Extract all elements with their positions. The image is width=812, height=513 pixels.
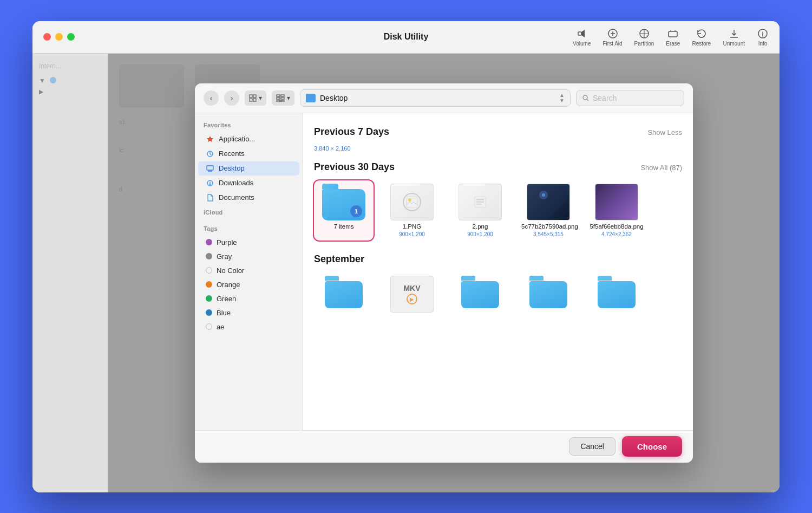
- prev7days-action[interactable]: Show Less: [647, 128, 682, 137]
- toolbar-partition[interactable]: Partition: [634, 28, 654, 47]
- svg-point-17: [583, 95, 587, 100]
- sidebar-item-blue[interactable]: Blue: [198, 306, 299, 320]
- sidebar-item-recents[interactable]: Recents: [198, 147, 299, 161]
- sidebar-item-documents[interactable]: Documents: [198, 191, 299, 205]
- svg-rect-7: [250, 95, 252, 98]
- recents-label: Recents: [219, 150, 245, 158]
- file-sidebar: Favorites Applicatio...: [195, 113, 303, 430]
- list-item[interactable]: 1 7 items: [314, 180, 374, 241]
- toolbar-icons: Volume First Aid Partition: [573, 28, 769, 47]
- nav-forward-button[interactable]: ›: [224, 90, 239, 106]
- gray-label: Gray: [217, 252, 232, 261]
- list-item[interactable]: [519, 272, 578, 316]
- location-arrows: ▲ ▼: [559, 93, 565, 103]
- sidebar-item-ae[interactable]: ae: [198, 320, 299, 334]
- svg-rect-25: [476, 202, 484, 203]
- sidebar-item-orange[interactable]: Orange: [198, 278, 299, 291]
- ae-dot: [206, 323, 212, 330]
- mac-window: Disk Utility Volume First Aid: [32, 21, 780, 492]
- file-thumbnail: [390, 184, 434, 220]
- mkv-play-icon: ▶: [407, 294, 417, 304]
- list-item[interactable]: [587, 272, 646, 316]
- toolbar-restore[interactable]: Restore: [692, 28, 711, 47]
- list-item[interactable]: [314, 272, 374, 316]
- list-item[interactable]: 5f5af66ebb8da.png 4,724×2,362: [587, 180, 646, 241]
- disk-sidebar: Intern... ▼ ▶: [32, 54, 108, 492]
- sidebar-item-downloads[interactable]: Downloads: [198, 176, 299, 190]
- toolbar-unmount[interactable]: Unmount: [723, 28, 745, 47]
- svg-rect-26: [476, 204, 482, 205]
- file-name-1png: 1.PNG: [403, 223, 422, 231]
- toolbar-first-aid[interactable]: First Aid: [603, 28, 622, 47]
- volume-label: Volume: [573, 41, 591, 47]
- list-view-button[interactable]: ▾: [272, 90, 294, 106]
- documents-icon: [206, 193, 214, 202]
- maximize-button[interactable]: [67, 33, 75, 41]
- no-color-label: No Color: [217, 267, 244, 275]
- svg-rect-13: [277, 98, 280, 99]
- documents-label: Documents: [219, 193, 254, 202]
- png-preview-icon-2: [472, 194, 488, 210]
- applications-label: Applicatio...: [219, 135, 255, 143]
- svg-rect-12: [281, 95, 284, 96]
- grid-view-chevron: ▾: [259, 94, 262, 102]
- toolbar-info[interactable]: Info: [757, 28, 769, 47]
- png-preview-icon: [404, 194, 420, 210]
- list-item[interactable]: 1.PNG 900×1,200: [382, 180, 442, 241]
- prev30days-files-grid: 1 7 items: [314, 180, 682, 241]
- app-title: Disk Utility: [384, 32, 429, 42]
- prev7days-header-row: Previous 7 Days Show Less: [314, 126, 682, 138]
- prev7days-subtitle: 3,840 × 2,160: [314, 145, 682, 157]
- sidebar-item-green[interactable]: Green: [198, 292, 299, 306]
- recents-icon: [206, 150, 214, 158]
- september-files-grid: MKV ▶: [314, 272, 682, 316]
- disk-expand-btn[interactable]: ▼: [32, 75, 108, 85]
- sidebar-item-applications[interactable]: Applicatio...: [198, 132, 299, 146]
- small-folder-body: [598, 281, 636, 308]
- modal-overlay: ‹ › ▾: [108, 54, 780, 492]
- nav-back-button[interactable]: ‹: [204, 90, 219, 106]
- svg-marker-1: [581, 30, 585, 37]
- close-button[interactable]: [43, 33, 51, 41]
- file-content: Previous 7 Days Show Less 3,840 × 2,160 …: [303, 113, 693, 430]
- grid-view-icon: [249, 94, 257, 102]
- blue-label: Blue: [217, 309, 231, 317]
- grid-view-button[interactable]: ▾: [245, 90, 266, 106]
- disk-sidebar-header: Intern...: [32, 59, 108, 73]
- disk-main: s1 ic d ‹ › ▾: [108, 54, 780, 492]
- disk-sidebar-arrow[interactable]: ▶: [32, 85, 108, 99]
- small-folder-tab: [529, 276, 543, 281]
- minimize-button[interactable]: [55, 33, 63, 41]
- svg-rect-24: [476, 199, 484, 200]
- orange-dot: [206, 281, 212, 288]
- search-bar[interactable]: Search: [576, 90, 684, 106]
- toolbar-volume[interactable]: Volume: [573, 28, 591, 47]
- location-bar[interactable]: Desktop ▲ ▼: [300, 89, 571, 107]
- sidebar-item-desktop[interactable]: Desktop: [198, 161, 299, 176]
- prev30days-action[interactable]: Show All (87): [640, 164, 682, 172]
- location-folder-icon: [306, 94, 316, 102]
- file-meta-5c77: 3,545×5,315: [533, 231, 564, 237]
- sidebar-item-no-color[interactable]: No Color: [198, 264, 299, 277]
- ae-label: ae: [217, 323, 224, 331]
- toolbar-right: Volume First Aid Partition: [573, 28, 769, 47]
- sidebar-item-gray[interactable]: Gray: [198, 250, 299, 263]
- list-item[interactable]: MKV ▶: [382, 272, 442, 316]
- list-item[interactable]: 2.png 900×1,200: [450, 180, 510, 241]
- folder-item-label: 7 items: [333, 223, 353, 231]
- svg-point-22: [408, 198, 411, 202]
- folder-body: 1: [322, 189, 365, 220]
- choose-button[interactable]: Choose: [622, 436, 682, 457]
- svg-rect-19: [207, 166, 213, 170]
- toolbar-erase[interactable]: Erase: [666, 28, 680, 47]
- cancel-button[interactable]: Cancel: [569, 437, 615, 456]
- modal-footer: Cancel Choose: [195, 430, 693, 463]
- no-color-dot: [206, 267, 212, 274]
- list-item[interactable]: 5c77b2b7590ad.png 3,545×5,315: [519, 180, 578, 241]
- file-meta-1png: 900×1,200: [399, 231, 425, 237]
- sidebar-item-purple[interactable]: Purple: [198, 236, 299, 249]
- search-placeholder: Search: [593, 94, 617, 102]
- list-item[interactable]: [450, 272, 510, 316]
- first-aid-label: First Aid: [603, 41, 622, 47]
- dark-img-preview: [527, 184, 560, 211]
